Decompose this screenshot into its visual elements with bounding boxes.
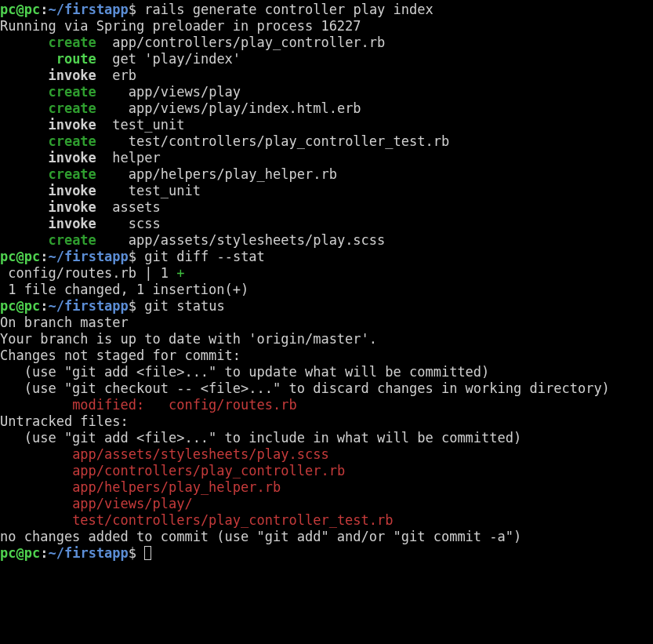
status-branch: On branch master [0,315,653,331]
status-untracked: app/assets/stylesheets/play.scss [0,446,653,463]
rails-out: invoke scss [0,216,653,232]
status-uptodate: Your branch is up to date with 'origin/m… [0,331,653,347]
diff-summary: 1 file changed, 1 insertion(+) [0,282,653,298]
prompt-line-2: pc@pc:~/firstapp$ git diff --stat [0,249,653,265]
rails-out: create app/helpers/play_helper.rb [0,166,653,183]
status-untracked: app/controllers/play_controller.rb [0,463,653,479]
status-modified: modified: config/routes.rb [0,397,653,413]
status-footer: no changes added to commit (use "git add… [0,529,653,545]
rails-out: create app/controllers/play_controller.r… [0,35,653,51]
status-header-notstaged: Changes not staged for commit: [0,347,653,364]
prompt-line-1: pc@pc:~/firstapp$ rails generate control… [0,2,653,18]
command-git-diff: git diff --stat [144,249,265,264]
prompt-line-4[interactable]: pc@pc:~/firstapp$ [0,545,653,562]
diff-stat: config/routes.rb | 1 + [0,265,653,282]
prompt-path: ~/firstapp [48,2,128,17]
prompt-line-3: pc@pc:~/firstapp$ git status [0,298,653,315]
rails-out: invoke test_unit [0,117,653,133]
rails-out: create app/assets/stylesheets/play.scss [0,232,653,249]
status-untracked: app/views/play/ [0,496,653,512]
status-header-untracked: Untracked files: [0,413,653,430]
rails-running: Running via Spring preloader in process … [0,18,653,35]
terminal[interactable]: pc@pc:~/firstapp$ rails generate control… [0,2,653,562]
rails-out: create app/views/play/index.html.erb [0,100,653,117]
command-rails-generate: rails generate controller play index [144,2,433,17]
status-untracked: app/helpers/play_helper.rb [0,479,653,496]
rails-out: route get 'play/index' [0,51,653,67]
rails-out: create test/controllers/play_controller_… [0,133,653,150]
prompt-user: pc [0,2,16,17]
status-hint: (use "git add <file>..." to include in w… [0,430,653,446]
rails-out: create app/views/play [0,84,653,100]
status-hint: (use "git checkout -- <file>..." to disc… [0,380,653,397]
rails-out: invoke assets [0,199,653,216]
command-git-status: git status [144,298,224,314]
status-untracked: test/controllers/play_controller_test.rb [0,512,653,529]
rails-out: invoke helper [0,150,653,166]
rails-out: invoke erb [0,67,653,84]
cursor-icon [144,546,151,560]
status-hint: (use "git add <file>..." to update what … [0,364,653,380]
rails-out: invoke test_unit [0,183,653,199]
